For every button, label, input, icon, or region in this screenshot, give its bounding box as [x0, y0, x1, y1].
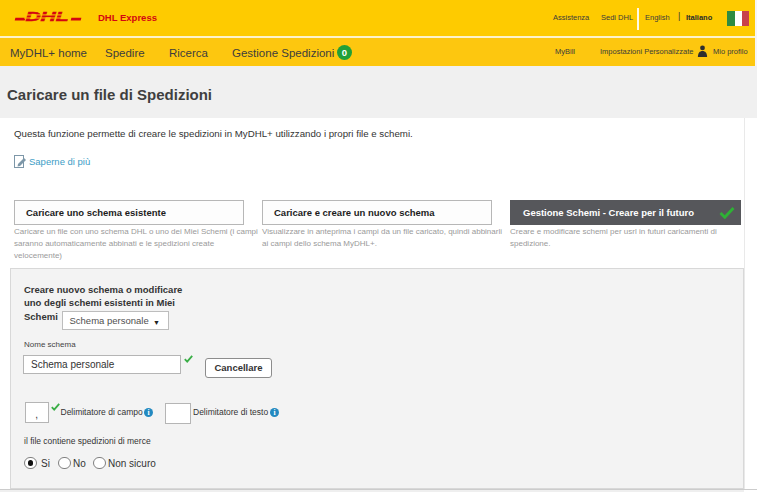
svg-text:DHL: DHL — [26, 11, 69, 22]
